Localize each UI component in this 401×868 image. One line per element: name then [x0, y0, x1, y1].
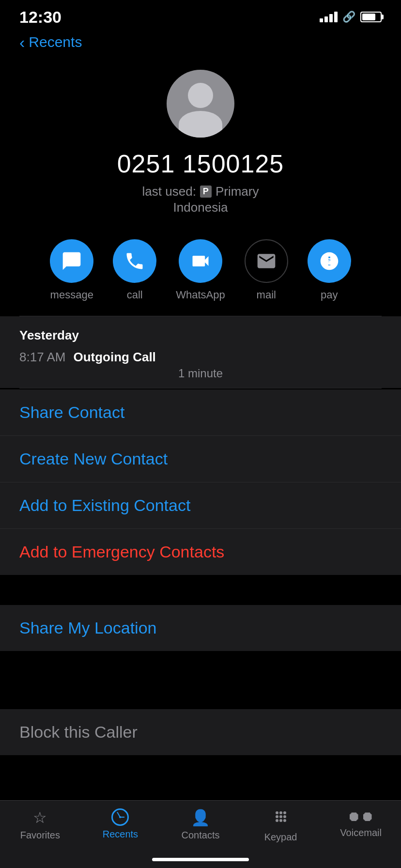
whatsapp-icon — [190, 250, 211, 272]
call-label: call — [127, 289, 143, 301]
svg-point-5 — [279, 815, 282, 818]
status-bar: 12:30 🔗 — [0, 0, 401, 29]
svg-text:$: $ — [327, 256, 332, 266]
back-chevron-icon: ‹ — [19, 34, 25, 50]
favorites-label: Favorites — [20, 830, 60, 841]
voicemail-icon: ⏺⏺ — [347, 808, 374, 824]
svg-point-2 — [279, 811, 282, 814]
tab-recents[interactable]: Recents — [80, 808, 161, 840]
contacts-label: Contacts — [182, 830, 220, 841]
last-used-line: last used: P Primary — [142, 184, 259, 199]
pay-label: pay — [321, 289, 338, 301]
avatar — [167, 70, 234, 138]
contact-section: 0251 1500125 last used: P Primary Indone… — [0, 60, 401, 230]
signal-icon — [320, 12, 338, 22]
favorites-icon: ☆ — [33, 808, 47, 827]
svg-point-8 — [279, 819, 282, 822]
voicemail-label: Voicemail — [340, 827, 382, 838]
svg-point-3 — [283, 811, 286, 814]
primary-badge: P — [200, 186, 212, 198]
back-label: Recents — [29, 34, 82, 50]
gap-1 — [0, 575, 401, 604]
status-icons: 🔗 — [320, 11, 382, 23]
tab-voicemail[interactable]: ⏺⏺ Voicemail — [321, 808, 401, 838]
pay-circle: $ — [308, 239, 351, 283]
pay-icon: $ — [319, 250, 340, 272]
add-emergency-contacts-item[interactable]: Add to Emergency Contacts — [0, 529, 401, 575]
status-time: 12:30 — [19, 8, 62, 27]
block-section: Block this Caller — [0, 709, 401, 755]
last-used-label: last used: — [142, 184, 196, 199]
action-buttons: message call WhatsApp mail — [0, 230, 401, 316]
message-label: message — [50, 289, 93, 301]
call-entry: 8:17 AM Outgoing Call 1 minute — [19, 350, 382, 380]
menu-section: Share Contact Create New Contact Add to … — [0, 389, 401, 575]
mail-circle — [245, 239, 288, 283]
block-caller-item[interactable]: Block this Caller — [0, 709, 401, 755]
add-existing-contact-item[interactable]: Add to Existing Contact — [0, 482, 401, 529]
message-action[interactable]: message — [50, 239, 93, 301]
battery-icon — [360, 12, 382, 22]
whatsapp-circle — [179, 239, 222, 283]
svg-point-4 — [276, 815, 278, 818]
gap-2 — [0, 651, 401, 680]
keypad-label: Keypad — [264, 832, 297, 843]
message-circle — [50, 239, 93, 283]
recents-label: Recents — [103, 829, 138, 840]
tab-contacts[interactable]: 👤 Contacts — [160, 808, 241, 841]
pay-action[interactable]: $ pay — [308, 239, 351, 301]
mail-icon — [256, 250, 277, 272]
phone-number: 0251 1500125 — [117, 149, 284, 178]
home-indicator — [152, 858, 249, 861]
share-location-section: Share My Location — [0, 605, 401, 651]
svg-point-1 — [276, 811, 278, 814]
primary-label: Primary — [216, 184, 259, 199]
call-time: 8:17 AM — [19, 350, 65, 365]
recents-icon — [111, 808, 129, 826]
header: ‹ Recents — [0, 29, 401, 60]
back-button[interactable]: ‹ Recents — [19, 34, 382, 50]
whatsapp-label: WhatsApp — [176, 289, 225, 301]
call-date: Yesterday — [19, 328, 382, 343]
whatsapp-action[interactable]: WhatsApp — [176, 239, 225, 301]
mail-action[interactable]: mail — [245, 239, 288, 301]
share-location-item[interactable]: Share My Location — [0, 605, 401, 651]
keypad-icon — [273, 808, 289, 829]
contacts-icon: 👤 — [191, 808, 210, 827]
create-new-contact-item[interactable]: Create New Contact — [0, 436, 401, 482]
link-icon: 🔗 — [342, 11, 355, 23]
divider-2 — [19, 388, 382, 388]
call-type: Outgoing Call — [73, 350, 155, 365]
call-icon — [124, 250, 145, 272]
mail-label: mail — [257, 289, 276, 301]
tab-keypad[interactable]: Keypad — [241, 808, 321, 843]
svg-point-9 — [283, 819, 286, 822]
call-history: Yesterday 8:17 AM Outgoing Call 1 minute — [0, 316, 401, 388]
call-duration: 1 minute — [19, 367, 382, 380]
share-contact-item[interactable]: Share Contact — [0, 389, 401, 436]
country-label: Indonesia — [173, 200, 228, 215]
svg-point-7 — [276, 819, 278, 822]
call-action[interactable]: call — [113, 239, 156, 301]
call-circle — [113, 239, 156, 283]
call-time-type: 8:17 AM Outgoing Call — [19, 350, 382, 365]
tab-favorites[interactable]: ☆ Favorites — [0, 808, 80, 841]
message-icon — [61, 250, 82, 272]
svg-point-6 — [283, 815, 286, 818]
